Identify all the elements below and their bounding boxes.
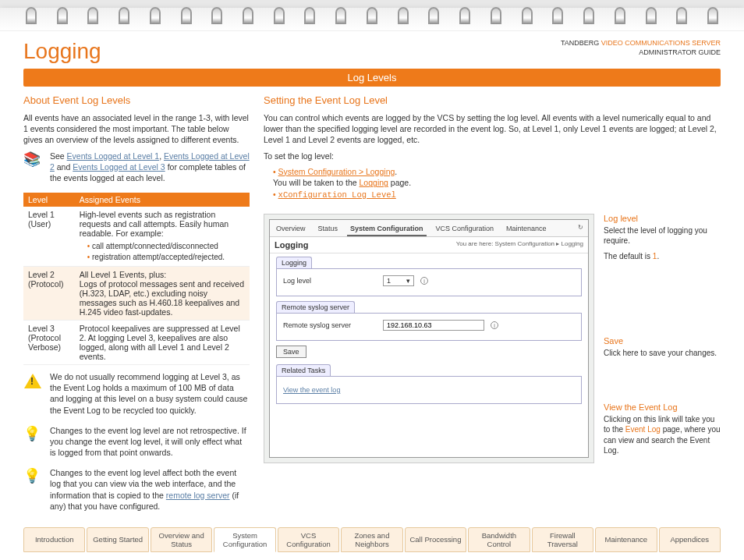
page-number: 58 [337, 557, 361, 560]
nav-vcs-config[interactable]: VCS Configuration [278, 527, 339, 552]
table-row: Level 3 (Protocol Verbose) Protocol keep… [23, 321, 250, 365]
about-column: About Event Log Levels All events have a… [23, 94, 250, 521]
th-events: Assigned Events [75, 193, 250, 207]
tip-affects: Changes to the event log level affect bo… [50, 467, 250, 512]
ss-tab-vcsconfig[interactable]: VCS Configuration [433, 222, 498, 236]
table-row: Level 2 (Protocol) All Level 1 Events, p… [23, 267, 250, 321]
ss-breadcrumb: You are here: System Configuration ▸ Log… [456, 240, 583, 250]
ss-subtab-logging[interactable]: Logging [276, 257, 312, 268]
callout-save: Save Click here to save your changes. [604, 336, 721, 363]
ss-tab-status[interactable]: Status [315, 222, 342, 236]
logging-page-link[interactable]: Logging [360, 178, 388, 187]
nav-call-processing[interactable]: Call Processing [405, 527, 466, 552]
nav-maintenance[interactable]: Maintenance [595, 527, 657, 552]
bulb-icon [23, 467, 45, 516]
company-name: TANDBERG [561, 39, 599, 47]
chapter-nav: Introduction Getting Started Overview an… [0, 521, 744, 552]
product-name: VIDEO COMMUNICATIONS SERVER [601, 39, 721, 47]
guide-name: ADMINISTRATOR GUIDE [639, 48, 721, 56]
ss-group-remote: Remote syslog server [276, 301, 355, 313]
spiral-binding [0, 8, 744, 31]
callout-viewlog: View the Event Log Clicking on this link… [604, 402, 721, 461]
embedded-screenshot: Overview Status System Configuration VCS… [264, 214, 594, 463]
setting-column: Setting the Event Log Level You can cont… [264, 94, 721, 521]
link-level3[interactable]: Events Logged at Level 3 [73, 162, 165, 172]
warning-text: We do not usually recommend logging at L… [50, 371, 250, 416]
ss-remote-input[interactable] [383, 320, 484, 331]
manual-page: Logging TANDBERG VIDEO COMMUNICATIONS SE… [0, 8, 744, 560]
nav-appendices[interactable]: Appendices [659, 527, 721, 552]
page-title: Logging [23, 39, 101, 64]
nav-getting-started[interactable]: Getting Started [87, 527, 148, 552]
ss-related-label: Related Tasks [276, 364, 331, 376]
setting-intro: You can control which events are logged … [264, 112, 721, 146]
about-title: About Event Log Levels [23, 94, 250, 106]
ss-heading: Logging [275, 240, 308, 250]
bulb-icon [23, 425, 45, 463]
callout-loglevel: Log level Select the level of logging yo… [604, 214, 721, 267]
nav-firewall[interactable]: Firewall Traversal [532, 527, 593, 552]
th-level: Level [23, 193, 75, 207]
ss-remote-label: Remote syslog server [283, 321, 377, 329]
ss-main-tabs: Overview Status System Configuration VCS… [270, 220, 588, 237]
remote-log-server-link[interactable]: remote log server [166, 491, 230, 500]
page-footer: D14049.03 MAY 2008 ◀ 58 ▶ TANDBERG [0, 552, 744, 560]
nav-path-link[interactable]: System Configuration > Logging [278, 167, 395, 176]
refresh-icon[interactable]: ↻ [576, 222, 585, 236]
nav-overview-status[interactable]: Overview and Status [151, 527, 212, 552]
nav-system-config[interactable]: System Configuration [214, 527, 275, 552]
info-icon[interactable]: i [420, 277, 428, 285]
ss-tab-maintenance[interactable]: Maintenance [503, 222, 550, 236]
xconfig-cmd-link[interactable]: xConfiguration Log Level [278, 190, 396, 200]
section-bar: Log Levels [23, 69, 721, 87]
events-table: Level Assigned Events Level 1 (User) Hig… [23, 193, 250, 365]
books-icon [23, 151, 45, 189]
info-icon[interactable]: i [491, 321, 498, 329]
about-intro: All events have an associated level in t… [23, 112, 250, 146]
ss-loglevel-label: Log level [283, 277, 377, 285]
callouts-column: Log level Select the level of logging yo… [604, 206, 721, 463]
header-product-line: TANDBERG VIDEO COMMUNICATIONS SERVER ADM… [561, 39, 721, 57]
nav-zones-neighbors[interactable]: Zones and Neighbors [341, 527, 402, 552]
table-row: Level 1 (User) High-level events such as… [23, 207, 250, 267]
nav-bandwidth[interactable]: Bandwidth Control [468, 527, 530, 552]
see-links: See Events Logged at Level 1, Events Log… [50, 151, 250, 184]
pager: ◀ 58 ▶ [62, 557, 636, 560]
ss-view-event-log-link[interactable]: View the event log [283, 383, 575, 397]
ss-tab-overview[interactable]: Overview [273, 222, 309, 236]
nav-introduction[interactable]: Introduction [23, 527, 85, 552]
setting-title: Setting the Event Log Level [264, 94, 721, 106]
toset-label: To set the log level: [264, 151, 721, 161]
ss-tab-sysconfig[interactable]: System Configuration [347, 222, 427, 236]
page-content: Logging TANDBERG VIDEO COMMUNICATIONS SE… [0, 31, 744, 521]
chevron-down-icon: ▾ [406, 277, 410, 285]
warning-icon [23, 371, 45, 420]
ss-loglevel-select[interactable]: 1 ▾ [383, 275, 414, 286]
link-level1[interactable]: Events Logged at Level 1 [67, 151, 160, 161]
tip-retrospective: Changes to the event log level are not r… [50, 425, 250, 459]
ss-save-button[interactable]: Save [276, 346, 306, 358]
